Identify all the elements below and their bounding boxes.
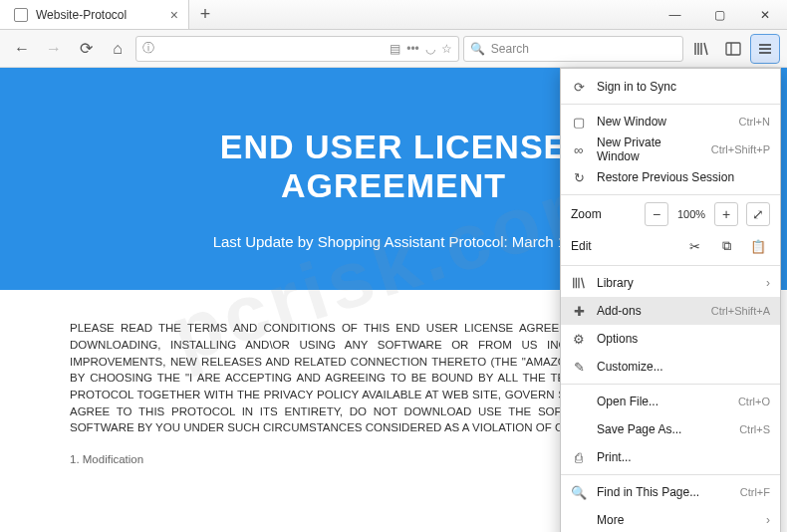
minimize-button[interactable]: —	[653, 0, 697, 29]
library-icon[interactable]	[687, 35, 715, 63]
tab-favicon	[14, 8, 28, 22]
url-bar[interactable]: ⓘ ▤ ••• ◡ ☆	[135, 36, 459, 62]
more-actions-icon[interactable]: •••	[406, 42, 419, 56]
chevron-right-icon: ›	[766, 276, 770, 290]
back-button[interactable]: ←	[8, 35, 36, 63]
search-bar[interactable]: 🔍 Search	[463, 36, 683, 62]
search-icon: 🔍	[470, 42, 485, 56]
menu-edit-row: Edit ✂ ⧉ 📋	[561, 230, 780, 262]
gear-icon: ⚙	[571, 331, 587, 347]
fullscreen-button[interactable]: ⤢	[746, 202, 770, 226]
main-menu-dropdown: ⟳ Sign in to Sync ▢ New Window Ctrl+N ∞ …	[560, 68, 781, 532]
menu-more[interactable]: More ›	[561, 506, 780, 532]
search-icon: 🔍	[571, 484, 587, 500]
menu-library[interactable]: Library ›	[561, 269, 780, 297]
cut-button[interactable]: ✂	[682, 234, 706, 258]
reload-button[interactable]: ⟳	[72, 35, 100, 63]
restore-icon: ↻	[571, 169, 587, 185]
menu-zoom-row: Zoom − 100% + ⤢	[561, 198, 780, 230]
home-button[interactable]: ⌂	[104, 35, 131, 63]
tab-title: Website-Protocol	[36, 8, 127, 22]
menu-customize[interactable]: ✎ Customize...	[561, 353, 780, 381]
menu-addons[interactable]: ✚ Add-ons Ctrl+Shift+A	[561, 297, 780, 325]
maximize-button[interactable]: ▢	[697, 0, 742, 29]
chevron-right-icon: ›	[766, 513, 770, 527]
svg-rect-0	[726, 43, 740, 55]
info-icon[interactable]: ⓘ	[142, 40, 154, 57]
puzzle-icon: ✚	[571, 303, 587, 319]
window-icon: ▢	[571, 114, 587, 130]
menu-open-file[interactable]: Open File... Ctrl+O	[561, 388, 780, 415]
menu-sign-in[interactable]: ⟳ Sign in to Sync	[561, 73, 780, 101]
sync-icon: ⟳	[571, 79, 587, 95]
zoom-in-button[interactable]: +	[714, 202, 738, 226]
zoom-level: 100%	[676, 208, 706, 220]
new-tab-button[interactable]: +	[189, 0, 221, 29]
title-bar: Website-Protocol × + — ▢ ✕	[0, 0, 787, 30]
tab-close-icon[interactable]: ×	[170, 7, 178, 23]
close-window-button[interactable]: ✕	[742, 0, 787, 29]
bookmark-star-icon[interactable]: ☆	[441, 42, 452, 56]
copy-button[interactable]: ⧉	[714, 234, 738, 258]
mask-icon: ∞	[571, 141, 587, 157]
sidebar-icon[interactable]	[719, 35, 747, 63]
window-controls: — ▢ ✕	[653, 0, 787, 29]
menu-restore-session[interactable]: ↻ Restore Previous Session	[561, 163, 780, 191]
hamburger-menu-button[interactable]	[751, 35, 779, 63]
menu-options[interactable]: ⚙ Options	[561, 325, 780, 353]
paintbrush-icon: ✎	[571, 359, 587, 375]
printer-icon: ⎙	[571, 449, 587, 465]
paste-button[interactable]: 📋	[746, 234, 770, 258]
search-placeholder: Search	[491, 42, 529, 56]
zoom-out-button[interactable]: −	[645, 202, 668, 226]
browser-tab[interactable]: Website-Protocol ×	[0, 0, 189, 29]
menu-save-page[interactable]: Save Page As... Ctrl+S	[561, 415, 780, 443]
menu-new-window[interactable]: ▢ New Window Ctrl+N	[561, 108, 780, 135]
nav-bar: ← → ⟳ ⌂ ⓘ ▤ ••• ◡ ☆ 🔍 Search	[0, 30, 787, 68]
pocket-icon[interactable]: ◡	[425, 42, 435, 56]
library-icon	[571, 275, 587, 291]
menu-print[interactable]: ⎙ Print...	[561, 443, 780, 471]
forward-button[interactable]: →	[40, 35, 68, 63]
reader-mode-icon[interactable]: ▤	[390, 42, 400, 56]
menu-new-private-window[interactable]: ∞ New Private Window Ctrl+Shift+P	[561, 135, 780, 163]
menu-find[interactable]: 🔍 Find in This Page... Ctrl+F	[561, 478, 780, 506]
